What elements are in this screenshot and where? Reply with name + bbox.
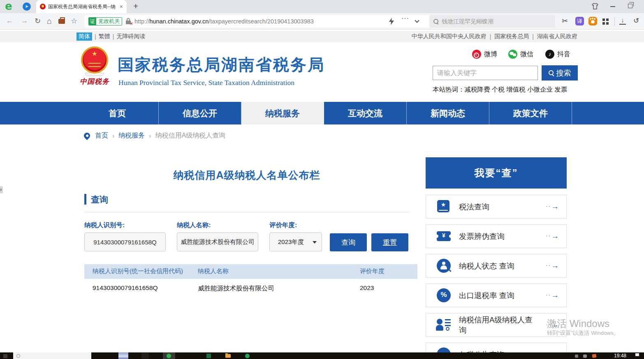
window-restore-button[interactable]	[628, 4, 632, 8]
taxpayer-id-input[interactable]	[84, 232, 166, 251]
wechat-link[interactable]: 微信	[508, 49, 533, 60]
window-minimize-button[interactable]	[610, 6, 615, 7]
gov-verified-badge: 证 党政机关	[88, 17, 122, 25]
sidebar-item-credit-a-search[interactable]: 纳税信用A级纳税人查询 ··→	[426, 313, 567, 337]
taskbar-search-box[interactable]	[13, 352, 91, 359]
browser-search-input[interactable]	[442, 18, 540, 25]
translate-icon[interactable]: 译	[575, 17, 584, 25]
sidebar-item-taxpayer-status[interactable]: 纳税人状态 查询 ··→	[426, 254, 567, 278]
more-menu-icon[interactable]: ···	[401, 15, 409, 22]
tab-close-icon[interactable]: ×	[120, 4, 123, 9]
lang-traditional-button[interactable]: 繁體	[99, 33, 110, 40]
browser-account-icon[interactable]: ➤	[23, 2, 31, 11]
back-icon[interactable]: ←	[6, 16, 13, 25]
windows-activation-watermark: 激活 Windows	[547, 317, 609, 330]
nav-tax-service[interactable]: 纳税服务	[241, 102, 324, 124]
nav-news[interactable]: 新闻动态	[407, 102, 489, 124]
sidebar-item-invoice-check[interactable]: 发票辨伪查询 ··→	[426, 224, 567, 248]
taskbar-clock[interactable]: 19:48	[614, 353, 626, 359]
apps-grid-icon[interactable]	[602, 18, 605, 21]
query-button[interactable]: 查询	[330, 233, 367, 251]
gov-link-sta[interactable]: 国家税务总局	[494, 33, 529, 40]
wechat-label: 微信	[520, 50, 533, 59]
weibo-link[interactable]: 微博	[472, 49, 497, 60]
browser-tab[interactable]: 国家税务总局湖南省税务局--纳 ×	[36, 0, 127, 13]
sidebar-item-export-rebate[interactable]: % 出口退税率 查询 ··→	[426, 283, 567, 307]
taskbar-excel-icon[interactable]	[206, 354, 211, 358]
taxpayer-name-label: 纳税人名称:	[177, 221, 211, 230]
home-icon[interactable]: ⌂	[47, 16, 52, 26]
new-tab-button[interactable]: +	[133, 1, 138, 11]
language-switcher: 简体 | 繁體 | 无障碍阅读	[76, 31, 145, 42]
url-path: /taxpayercreditsearch/20190413003983	[208, 18, 314, 25]
screenshot-scissors-icon[interactable]: ✂	[562, 16, 568, 25]
eval-year-select[interactable]: 2023年度	[269, 232, 322, 251]
tray-icon[interactable]	[575, 354, 578, 358]
gov-link-hunan[interactable]: 湖南省人民政府	[537, 33, 577, 40]
nav-info-disclosure[interactable]: 信息公开	[159, 102, 241, 124]
douyin-link[interactable]: ♪ 抖音	[545, 49, 570, 60]
url-text[interactable]: http://hunan.chinatax.gov.cn/taxpayercre…	[134, 18, 314, 25]
accessibility-link[interactable]: 无障碍阅读	[116, 33, 145, 40]
lang-simplified-button[interactable]: 简体	[76, 32, 92, 41]
theme-shirt-icon[interactable]	[591, 3, 599, 11]
taxpayer-name-input[interactable]	[177, 232, 258, 251]
site-search-button[interactable]: 搜索	[542, 65, 578, 81]
divider: |	[532, 33, 534, 40]
start-button-icon[interactable]	[3, 354, 7, 358]
taskbar-app-icon[interactable]	[141, 353, 149, 359]
douyin-label: 抖音	[557, 50, 570, 59]
tray-white-icon[interactable]	[635, 353, 639, 356]
tab-favicon-icon	[40, 4, 46, 9]
section-accent-bar	[84, 194, 86, 205]
site-search-input[interactable]	[433, 66, 538, 80]
taskbar-green-app-icon[interactable]	[245, 354, 250, 358]
location-pin-icon	[83, 131, 91, 140]
tray-icon[interactable]	[592, 354, 596, 358]
side-panel-handle[interactable]	[0, 186, 3, 193]
sidebar-title: 我要“查”	[426, 157, 567, 189]
url-protocol: http://	[134, 18, 149, 25]
screen: e ➤ 国家税务总局湖南省税务局--纳 × + ← → ↻ ⌂ ☆ 证 党政机关…	[0, 0, 644, 359]
cell-taxpayer-id: 91430300079161658Q	[93, 284, 158, 292]
page-title: 纳税信用A级纳税人名单公布栏	[76, 168, 417, 182]
favorites-star-icon[interactable]: ☆	[71, 16, 77, 25]
taskbar-folder-icon[interactable]	[225, 354, 231, 358]
taskbar-photos-icon[interactable]	[118, 352, 128, 359]
nav-interaction[interactable]: 互动交流	[324, 102, 407, 124]
breadcrumb-tax-service[interactable]: 纳税服务	[118, 131, 145, 140]
select-arrow-icon	[313, 241, 317, 244]
game-center-icon[interactable]	[588, 17, 597, 25]
accelerate-bolt-icon[interactable]	[389, 18, 394, 27]
site-title: 国家税务总局湖南省税务局	[118, 54, 325, 76]
workspace-briefcase-icon[interactable]	[58, 19, 65, 24]
gov-link-central[interactable]: 中华人民共和国中央人民政府	[412, 33, 486, 40]
browser-logo-icon[interactable]: e	[5, 0, 12, 12]
cell-eval-year: 2023	[360, 284, 374, 292]
forward-icon[interactable]: →	[21, 16, 28, 25]
tray-icon[interactable]	[583, 354, 587, 358]
site-header: ★ 中国税务 国家税务总局湖南省税务局 Hunan Provincial Tax…	[0, 42, 644, 102]
breadcrumb-home[interactable]: 首页	[95, 131, 108, 140]
nav-home[interactable]: 首页	[76, 102, 159, 124]
section-title: 查询	[91, 194, 108, 205]
refresh-icon[interactable]: ↻	[35, 16, 41, 25]
douyin-icon: ♪	[545, 50, 554, 59]
nav-policy[interactable]: 政策文件	[489, 102, 572, 124]
restore-session-icon[interactable]: ↺	[633, 16, 639, 25]
gov-links: 中华人民共和国中央人民政府 | 国家税务总局 | 湖南省人民政府	[412, 31, 577, 42]
download-icon[interactable]: ↓	[619, 16, 626, 25]
tab-title: 国家税务总局湖南省税务局--纳	[48, 3, 117, 10]
sidebar-item-tax-law[interactable]: 税法查询 ··→	[426, 195, 567, 219]
arrow-right-icon: ··→	[546, 261, 559, 270]
browser-titlebar: e ➤ 国家税务总局湖南省税务局--纳 × +	[0, 0, 644, 13]
insecure-lock-icon[interactable]: ×	[125, 18, 131, 25]
browser-search-box[interactable]	[429, 15, 555, 28]
sidebar-item-arrears-notice[interactable]: 欠税公告查询 ··→	[426, 343, 567, 352]
reset-button[interactable]: 重置	[371, 233, 408, 251]
hot-words-list[interactable]: 减税降费 个税 增值税 小微企业 发票	[465, 86, 568, 93]
col-taxpayer-id: 纳税人识别号(统一社会信用代码)	[93, 267, 183, 275]
breadcrumb-separator: ›	[112, 132, 114, 140]
divider: |	[95, 33, 96, 40]
taskbar-active-browser-icon[interactable]	[163, 352, 175, 359]
